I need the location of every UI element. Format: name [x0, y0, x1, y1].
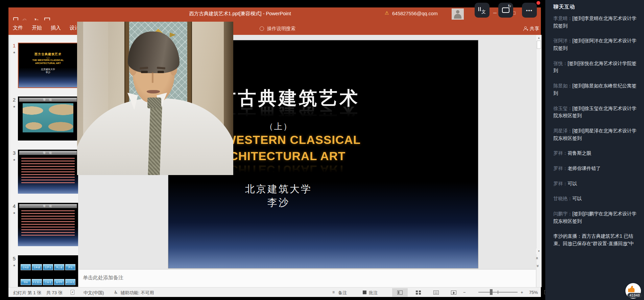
chip-label: 古罗马 [43, 264, 53, 270]
presenter-nose [152, 72, 154, 83]
share-person-icon: + [523, 26, 528, 31]
tab-file[interactable]: 文件 [13, 25, 23, 31]
thumb-number-5: 5 [11, 256, 17, 261]
chat-message: 陈昱如：[签到]陈昱如在东峰世纪公寓签到 [553, 82, 639, 97]
normal-view-button[interactable] [392, 288, 408, 297]
thumb5-chip-row-2: 哥特 文艺复兴 巴洛克 洛可可 新古典主义 [21, 279, 75, 285]
reading-view-button[interactable] [430, 288, 442, 297]
presenter-webcam[interactable] [77, 22, 233, 175]
chip-label: 古希腊 [32, 264, 42, 270]
animation-star-icon: ★ [11, 211, 17, 215]
slide-thumbnail-3[interactable]: 导 论 [18, 150, 78, 194]
scroll-down-button[interactable]: ▼ [536, 249, 542, 254]
thumb-number-2: 2 [11, 97, 17, 103]
slide-thumbnail-1[interactable]: 西方古典建筑艺术 （上） THE WESTERN CLASSICAL ARCHI… [18, 43, 78, 88]
thumb-number-3: 3 [11, 150, 17, 156]
notes-pane[interactable]: 单击此处添加备注 [79, 269, 536, 287]
chip-label: 洛可可 [54, 279, 64, 285]
animation-star-icon: ★ [11, 158, 17, 162]
presenter-tie [148, 106, 162, 175]
zoom-slider-thumb[interactable] [490, 289, 493, 295]
slide-position: 幻灯片 第 1 张 [13, 290, 41, 296]
status-bar: 幻灯片 第 1 张 共 73 张 ✗ 中文(中国) ♿ 辅助功能: 不可用 ≡ … [8, 287, 541, 297]
chat-message: 李意晴：[签到]李意晴在北海艺术设计学院签到 [553, 15, 639, 29]
chat-system-message: 李沙的直播：西方古典建筑艺术1 已结束。回放已保存在“群设置-直播回放”中 [553, 233, 639, 247]
notes-placeholder[interactable]: 单击此处添加备注 [83, 275, 123, 281]
like-count-badge: 41848 [627, 293, 642, 298]
slide-thumbnail-2[interactable]: 导 论 [18, 97, 78, 141]
chat-panel-title: 聊天互动 [553, 4, 575, 10]
chip-label: 拜占庭 [54, 264, 64, 270]
thumb2-header: 导 论 [19, 98, 77, 102]
thumb5-chip-row-1: 古埃及 古希腊 古罗马 拜占庭 罗马 [21, 264, 75, 270]
chat-message: 徐玉玺：[签到]徐玉玺在北海艺术设计学院东校区签到 [553, 105, 639, 120]
scrollbar-thumb[interactable] [537, 41, 541, 49]
next-slide-button[interactable]: « [536, 263, 542, 270]
thumb-number-1: 1 [11, 43, 17, 48]
presenter-eye [141, 71, 147, 73]
chip-label: 罗马 [65, 264, 75, 270]
webcam-door-frame [224, 22, 233, 141]
tab-insert[interactable]: 插入 [51, 25, 61, 31]
thumb4-header: 导 论 [19, 204, 77, 208]
chat-message: 甘晓艳：可以 [553, 195, 639, 202]
thumb-number-4: 4 [11, 203, 17, 209]
slide-sorter-view-button[interactable] [413, 288, 424, 297]
chat-panel: 聊天互动 李意晴：[签到]李意晴在北海艺术设计学院签到 张阿洋：[签到]张阿洋在… [545, 0, 644, 300]
minimize-button[interactable]: ─ [493, 10, 497, 16]
zoom-out-button[interactable]: − [463, 290, 466, 295]
spell-check-icon[interactable]: ✗ [71, 290, 74, 295]
chat-message: 张阿洋：[签到]张阿洋在北海艺术设计学院签到 [553, 37, 639, 52]
account-email[interactable]: 645827556@qq.com [392, 11, 438, 16]
accessibility-status[interactable]: 辅助功能: 不可用 [121, 290, 154, 296]
animation-star-icon: ★ [11, 105, 17, 108]
zoom-in-button[interactable]: + [521, 290, 523, 295]
thumb2-map-image [23, 103, 73, 132]
slide-count: 共 73 张 [46, 290, 63, 296]
thumb3-header: 导 论 [19, 151, 77, 155]
thumb4-body-text [21, 210, 75, 237]
slide-subtitle: （上） [265, 122, 292, 131]
slideshow-view-button[interactable] [448, 288, 459, 297]
screen-share-stage: ↶ ↻ ▾ 西方古典建筑艺术1.ppt[兼容模式] - PowerPoint ⚠… [0, 0, 644, 300]
avatar[interactable] [452, 8, 464, 20]
scroll-up-button[interactable]: ▲ [536, 35, 542, 41]
notes-toggle-icon: ≡ [332, 290, 335, 295]
thumbs-up-icon [630, 288, 635, 292]
comments-toggle[interactable]: 批注 [369, 290, 378, 296]
zoom-slider-tick [498, 291, 498, 294]
slide-thumbnail-4[interactable]: 导 论 [18, 203, 78, 246]
share-button[interactable]: 共享 [530, 26, 539, 32]
tab-home[interactable]: 开始 [32, 25, 42, 31]
slide-author: 李沙 [267, 197, 290, 208]
chip-label: 文艺复兴 [32, 279, 42, 285]
chat-message: 罗祥：荷鲁斯之眼 [553, 150, 639, 157]
avatar-head-icon [456, 10, 459, 14]
zoom-level[interactable]: 75% [529, 290, 538, 295]
chip-label: 哥特 [21, 279, 31, 285]
caption-translate-icon: 文 [478, 6, 486, 14]
thumb3-body-text [21, 158, 75, 184]
chat-message: 罗祥：老师你课件错了 [553, 165, 639, 172]
thumb1-title-en1: THE WESTERN CLASSICAL [19, 59, 77, 61]
language-indicator[interactable]: 中文(中国) [84, 290, 104, 296]
chat-message-list[interactable]: 李意晴：[签到]李意晴在北海艺术设计学院签到 张阿洋：[签到]张阿洋在北海艺术设… [553, 15, 639, 255]
warning-icon: ⚠ [385, 10, 389, 16]
chip-label: 巴洛克 [43, 279, 53, 285]
thumb1-author: 李沙 [19, 71, 77, 74]
window-title: 西方古典建筑艺术1.ppt[兼容模式] - PowerPoint [169, 10, 311, 17]
chat-message: 周星泽：[签到]周星泽在北海艺术设计学院东校区签到 [553, 127, 639, 142]
caption-translate-button[interactable]: 文 [475, 3, 490, 18]
rotate-screen-button[interactable] [498, 3, 513, 18]
slide-org: 北京建筑大学 [245, 184, 312, 194]
previous-slide-button[interactable]: « [536, 256, 542, 262]
tell-me-search[interactable]: 操作说明搜索 [267, 26, 295, 32]
presenter-tie-knot [147, 98, 162, 108]
chip-label: 古埃及 [21, 264, 31, 270]
more-options-button[interactable]: ••• [522, 3, 537, 18]
avatar-body-icon [454, 14, 461, 19]
slide-thumbnail-5[interactable]: 古埃及 古希腊 古罗马 拜占庭 罗马 哥特 文艺复兴 巴洛克 洛可可 新古典主义 [18, 255, 78, 287]
tell-me-icon [260, 26, 264, 31]
chat-message: 闫鹏宇：[签到]闫鹏宇在北海艺术设计学院东校区签到 [553, 210, 639, 225]
notes-toggle[interactable]: 备注 [338, 290, 347, 296]
